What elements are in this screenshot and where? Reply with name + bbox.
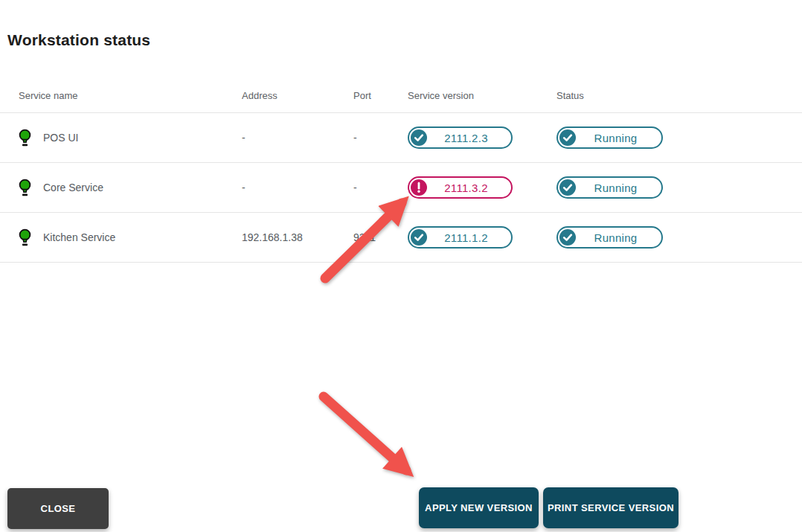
service-address: -	[242, 182, 353, 193]
status-value: Running	[576, 132, 661, 144]
status-badge: Running	[556, 176, 663, 199]
service-version-value: 2111.1.2	[427, 231, 511, 244]
exclamation-circle-icon	[411, 179, 427, 196]
check-circle-icon	[559, 179, 576, 196]
col-header-service-version: Service version	[408, 90, 556, 101]
bulb-icon	[19, 129, 31, 147]
col-header-port: Port	[353, 90, 408, 101]
service-port: -	[353, 182, 408, 193]
table-header-row: Service name Address Port Service versio…	[0, 79, 802, 113]
check-circle-icon	[411, 229, 427, 246]
close-button[interactable]: CLOSE	[7, 488, 109, 529]
table-row: POS UI - - 2111.2.3 Running	[0, 113, 802, 163]
check-circle-icon	[559, 229, 576, 246]
service-version-value: 2111.2.3	[427, 132, 511, 144]
bulb-icon	[19, 179, 31, 197]
service-version-badge: 2111.2.3	[408, 126, 513, 149]
status-badge: Running	[556, 226, 663, 249]
status-value: Running	[576, 182, 661, 194]
check-circle-icon	[411, 129, 427, 146]
service-version-badge: 2111.1.2	[408, 226, 513, 249]
arrow-to-apply-button	[324, 397, 406, 470]
table-row: Core Service - - 2111.3.2 Running	[0, 163, 802, 213]
service-name: Kitchen Service	[43, 231, 115, 243]
service-version-badge: 2111.3.2	[408, 176, 513, 199]
bulb-icon	[19, 228, 31, 247]
col-header-status: Status	[556, 90, 802, 101]
page-title: Workstation status	[7, 31, 150, 49]
service-name: POS UI	[43, 132, 78, 144]
check-circle-icon	[559, 129, 576, 146]
service-address: 192.168.1.38	[242, 231, 353, 243]
service-address: -	[242, 132, 353, 144]
workstation-status-table: Service name Address Port Service versio…	[0, 79, 802, 263]
col-header-address: Address	[242, 90, 353, 101]
service-port: -	[353, 132, 408, 144]
service-name: Core Service	[43, 182, 103, 193]
table-row: Kitchen Service 192.168.1.38 9211 2111.1…	[0, 213, 802, 263]
apply-new-version-button[interactable]: APPLY NEW VERSION	[419, 487, 539, 528]
service-version-value: 2111.3.2	[427, 182, 511, 194]
status-badge: Running	[556, 126, 663, 149]
col-header-service-name: Service name	[19, 90, 242, 101]
print-service-version-button[interactable]: PRINT SERVICE VERSION	[543, 487, 679, 528]
status-value: Running	[576, 231, 661, 244]
service-port: 9211	[353, 231, 408, 243]
